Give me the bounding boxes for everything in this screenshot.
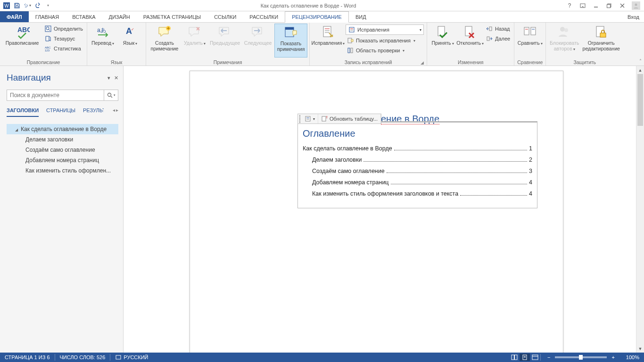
close-icon[interactable]	[619, 2, 626, 9]
tab-references[interactable]: ССЫЛКИ	[207, 11, 243, 22]
group-changes: Принять Отклонить Назад Далее Изменения	[427, 23, 514, 66]
tab-home[interactable]: ГЛАВНАЯ	[29, 11, 66, 22]
svg-rect-46	[305, 116, 310, 121]
zoom-out-button[interactable]: −	[545, 354, 552, 360]
quick-access-toolbar: W ▾	[0, 2, 55, 9]
show-comments-button[interactable]: Показать примечания	[274, 24, 307, 58]
zoom-in-button[interactable]: +	[610, 354, 616, 360]
maximize-icon[interactable]	[605, 2, 613, 9]
nav-tabs-scroll-left-icon[interactable]: ◂	[113, 107, 115, 117]
nav-options-icon[interactable]: ▾	[107, 75, 110, 81]
toc-row: Создаём само оглавление3	[303, 165, 532, 177]
outline-item-h1[interactable]: Как сделать оглавление в Ворде	[7, 124, 118, 134]
wordcount-icon: ABC123	[44, 45, 52, 52]
redo-icon[interactable]	[34, 2, 41, 9]
status-page[interactable]: СТРАНИЦА 1 ИЗ 6	[0, 354, 55, 360]
language-button[interactable]: A✓ Язык	[116, 24, 144, 58]
tab-design[interactable]: ДИЗАЙН	[102, 11, 136, 22]
toc-leader	[460, 195, 527, 196]
outline-item[interactable]: Добавляем номера страниц	[7, 155, 118, 165]
block-authors-button[interactable]: Блокировать авторов	[548, 24, 581, 58]
group-label-changes: Изменения	[429, 59, 512, 66]
display-mode-icon	[348, 26, 355, 33]
tab-layout[interactable]: РАЗМЕТКА СТРАНИЦЫ	[137, 11, 207, 22]
restrict-editing-button[interactable]: Ограничить редактирование	[581, 24, 621, 58]
minimize-icon[interactable]	[592, 2, 600, 9]
tab-view[interactable]: ВИД	[349, 11, 373, 22]
zoom-level[interactable]: 100%	[621, 354, 644, 360]
new-comment-icon	[157, 25, 172, 40]
prev-comment-button[interactable]: Предыдущее	[208, 24, 241, 58]
dialog-launcher-icon[interactable]: ◢	[421, 60, 424, 65]
delete-comment-button[interactable]: Удалить	[181, 24, 208, 58]
vertical-scrollbar[interactable]: ▲ ▼	[636, 66, 644, 353]
document-page[interactable]: ение в Ворде ▾ ! Обновить таблицу... Огл…	[190, 71, 563, 353]
svg-text:!: !	[326, 115, 328, 119]
outline-item[interactable]: Как изменить стиль оформлен...	[7, 165, 118, 176]
nav-tab-pages[interactable]: СТРАНИЦЫ	[46, 107, 75, 117]
scroll-down-icon[interactable]: ▼	[636, 345, 644, 353]
back-button[interactable]: Назад	[485, 25, 511, 33]
tab-mailings[interactable]: РАССЫЛКИ	[243, 11, 285, 22]
new-comment-button[interactable]: Создать примечание	[148, 24, 181, 58]
show-markup-button[interactable]: Показать исправления	[346, 36, 424, 45]
reject-button[interactable]: Отклонить	[456, 24, 484, 58]
save-icon[interactable]	[13, 2, 21, 9]
qat-customize-icon[interactable]: ▾	[44, 2, 52, 9]
undo-icon[interactable]	[24, 2, 31, 9]
define-button[interactable]: Определить	[43, 25, 84, 33]
view-read-button[interactable]	[509, 354, 520, 361]
accept-icon	[435, 25, 450, 40]
accept-button[interactable]: Принять	[429, 24, 456, 58]
collapse-ribbon-icon[interactable]: ˄	[636, 23, 644, 66]
view-print-button[interactable]	[520, 354, 530, 361]
nav-tabs-scroll-right-icon[interactable]: ▸	[116, 107, 118, 117]
nav-close-icon[interactable]: ✕	[114, 75, 118, 81]
table-of-contents[interactable]: Оглавление Как сделать оглавление в Ворд…	[297, 121, 537, 208]
toc-gallery-button[interactable]: ▾	[302, 114, 318, 123]
tab-file[interactable]: ФАЙЛ	[0, 11, 29, 22]
toc-leader	[387, 173, 527, 173]
tab-insert[interactable]: ВСТАВКА	[66, 11, 102, 22]
outline-item[interactable]: Создаём само оглавление	[7, 145, 118, 155]
track-changes-icon	[321, 25, 336, 40]
back-icon	[486, 25, 493, 33]
outline-item[interactable]: Делаем заголовки	[7, 134, 118, 145]
compare-button[interactable]: Сравнить	[516, 24, 544, 58]
view-web-button[interactable]	[530, 354, 540, 361]
user-avatar[interactable]	[632, 1, 640, 10]
zoom-knob[interactable]	[579, 355, 583, 360]
translate-button[interactable]: aあ Перевод	[89, 24, 116, 58]
nav-tab-results[interactable]: РЕЗУЛЬТАТЫ	[83, 107, 104, 117]
wordcount-button[interactable]: ABC123 Статистика	[43, 44, 84, 53]
nav-tab-headings[interactable]: ЗАГОЛОВКИ	[7, 107, 39, 117]
toc-drag-handle[interactable]	[298, 115, 302, 123]
chevron-down-icon: ▾	[313, 117, 315, 121]
display-mode-dropdown[interactable]: Исправления ▾	[346, 25, 424, 35]
scroll-track[interactable]	[636, 74, 644, 345]
lang-icon	[115, 354, 122, 361]
update-toc-button[interactable]: ! Обновить таблицу...	[318, 114, 381, 123]
track-changes-button[interactable]: Исправления	[312, 24, 345, 58]
nav-search-input[interactable]	[7, 90, 104, 100]
zoom-slider[interactable]	[555, 356, 607, 358]
review-pane-button[interactable]: Область проверки	[346, 46, 424, 55]
nav-search-button[interactable]: ▾	[104, 90, 118, 100]
svg-point-44	[107, 93, 111, 97]
ribbon-options-icon[interactable]	[579, 2, 586, 9]
svg-rect-43	[600, 33, 606, 37]
thesaurus-button[interactable]: Тезаурус	[43, 34, 84, 43]
sign-in[interactable]: Вход	[623, 11, 644, 22]
next-comment-button[interactable]: Следующее	[241, 24, 274, 58]
spelling-button[interactable]: ABC Правописание	[2, 24, 42, 58]
group-label-language: Язык	[89, 59, 144, 66]
tab-review[interactable]: РЕЦЕНЗИРОВАНИЕ	[285, 11, 349, 23]
scroll-thumb[interactable]	[637, 74, 643, 126]
status-lang[interactable]: РУССКИЙ	[110, 354, 153, 361]
forward-button[interactable]: Далее	[485, 34, 511, 43]
help-icon[interactable]: ?	[566, 2, 573, 9]
svg-text:aあ: aあ	[97, 27, 106, 33]
status-wordcount[interactable]: ЧИСЛО СЛОВ: 526	[55, 354, 110, 360]
toc-leader	[363, 161, 527, 162]
scroll-up-icon[interactable]: ▲	[636, 66, 644, 74]
